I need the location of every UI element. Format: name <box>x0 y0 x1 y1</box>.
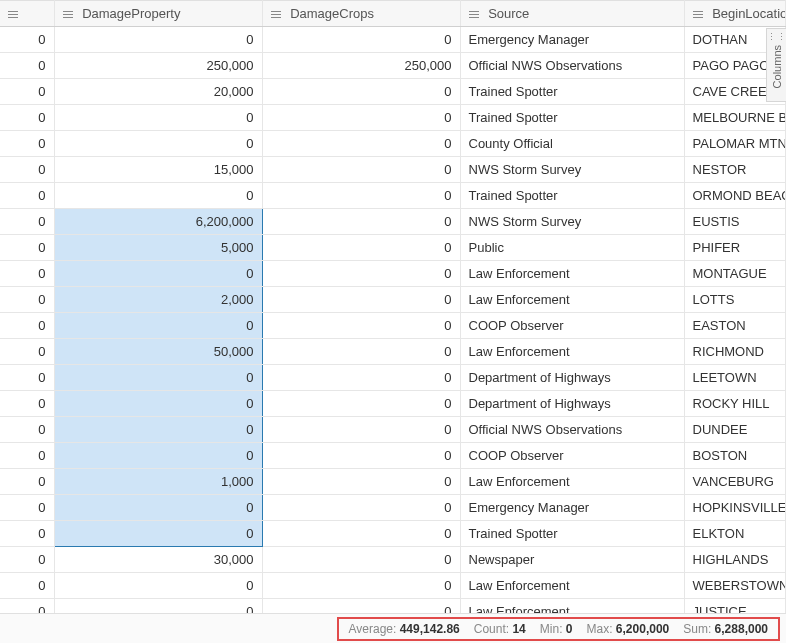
table-row[interactable]: 000Trained SpotterELKTON <box>0 521 786 547</box>
cell-index[interactable]: 0 <box>0 209 54 235</box>
table-row[interactable]: 000COOP ObserverEASTON <box>0 313 786 339</box>
column-menu-icon[interactable] <box>693 10 703 20</box>
cell-beginlocation[interactable]: ROCKY HILL <box>684 391 786 417</box>
cell-source[interactable]: Law Enforcement <box>460 261 684 287</box>
cell-index[interactable]: 0 <box>0 495 54 521</box>
column-header-beginlocation[interactable]: BeginLocation <box>684 1 786 27</box>
data-grid[interactable]: DamageProperty DamageCrops Source BeginL… <box>0 0 786 613</box>
cell-damagecrops[interactable]: 0 <box>262 365 460 391</box>
cell-damageproperty[interactable]: 5,000 <box>54 235 262 261</box>
column-header-damageproperty[interactable]: DamageProperty <box>54 1 262 27</box>
cell-beginlocation[interactable]: MONTAGUE <box>684 261 786 287</box>
cell-source[interactable]: Law Enforcement <box>460 469 684 495</box>
cell-damagecrops[interactable]: 0 <box>262 313 460 339</box>
column-menu-icon[interactable] <box>271 10 281 20</box>
cell-beginlocation[interactable]: VANCEBURG <box>684 469 786 495</box>
cell-index[interactable]: 0 <box>0 547 54 573</box>
cell-source[interactable]: COOP Observer <box>460 313 684 339</box>
table-row[interactable]: 02,0000Law EnforcementLOTTS <box>0 287 786 313</box>
cell-damagecrops[interactable]: 0 <box>262 157 460 183</box>
cell-index[interactable]: 0 <box>0 157 54 183</box>
cell-beginlocation[interactable]: HIGHLANDS <box>684 547 786 573</box>
table-row[interactable]: 000Official NWS ObservationsDUNDEE <box>0 417 786 443</box>
cell-damagecrops[interactable]: 0 <box>262 417 460 443</box>
table-row[interactable]: 000Department of HighwaysROCKY HILL <box>0 391 786 417</box>
cell-damageproperty[interactable]: 250,000 <box>54 53 262 79</box>
cell-damageproperty[interactable]: 0 <box>54 443 262 469</box>
cell-damagecrops[interactable]: 0 <box>262 131 460 157</box>
cell-index[interactable]: 0 <box>0 391 54 417</box>
cell-index[interactable]: 0 <box>0 261 54 287</box>
cell-source[interactable]: Department of Highways <box>460 391 684 417</box>
cell-index[interactable]: 0 <box>0 131 54 157</box>
cell-beginlocation[interactable]: NESTOR <box>684 157 786 183</box>
cell-damageproperty[interactable]: 0 <box>54 495 262 521</box>
cell-beginlocation[interactable]: EUSTIS <box>684 209 786 235</box>
cell-damageproperty[interactable]: 0 <box>54 391 262 417</box>
cell-source[interactable]: NWS Storm Survey <box>460 157 684 183</box>
cell-damageproperty[interactable]: 30,000 <box>54 547 262 573</box>
cell-damageproperty[interactable]: 0 <box>54 521 262 547</box>
cell-damageproperty[interactable]: 0 <box>54 573 262 599</box>
cell-damageproperty[interactable]: 0 <box>54 105 262 131</box>
cell-source[interactable]: Law Enforcement <box>460 287 684 313</box>
table-row[interactable]: 01,0000Law EnforcementVANCEBURG <box>0 469 786 495</box>
cell-beginlocation[interactable]: RICHMOND <box>684 339 786 365</box>
cell-beginlocation[interactable]: PHIFER <box>684 235 786 261</box>
cell-index[interactable]: 0 <box>0 105 54 131</box>
table-row[interactable]: 015,0000NWS Storm SurveyNESTOR <box>0 157 786 183</box>
cell-damageproperty[interactable]: 1,000 <box>54 469 262 495</box>
cell-beginlocation[interactable]: HOPKINSVILLE A <box>684 495 786 521</box>
cell-damagecrops[interactable]: 0 <box>262 339 460 365</box>
table-row[interactable]: 000Trained SpotterORMOND BEACH <box>0 183 786 209</box>
cell-index[interactable]: 0 <box>0 365 54 391</box>
cell-source[interactable]: Public <box>460 235 684 261</box>
cell-damageproperty[interactable]: 0 <box>54 261 262 287</box>
cell-source[interactable]: Law Enforcement <box>460 599 684 614</box>
cell-damageproperty[interactable]: 0 <box>54 131 262 157</box>
table-row[interactable]: 06,200,0000NWS Storm SurveyEUSTIS <box>0 209 786 235</box>
cell-damageproperty[interactable]: 0 <box>54 417 262 443</box>
cell-damagecrops[interactable]: 0 <box>262 391 460 417</box>
column-menu-icon[interactable] <box>8 10 18 20</box>
cell-damageproperty[interactable]: 0 <box>54 313 262 339</box>
cell-beginlocation[interactable]: EASTON <box>684 313 786 339</box>
cell-index[interactable]: 0 <box>0 235 54 261</box>
table-row[interactable]: 000Trained SpotterMELBOURNE BEACH <box>0 105 786 131</box>
cell-source[interactable]: County Official <box>460 131 684 157</box>
cell-beginlocation[interactable]: JUSTICE <box>684 599 786 614</box>
cell-damagecrops[interactable]: 0 <box>262 521 460 547</box>
cell-index[interactable]: 0 <box>0 469 54 495</box>
table-row[interactable]: 0250,000250,000Official NWS Observations… <box>0 53 786 79</box>
cell-beginlocation[interactable]: WEBERSTOWN <box>684 573 786 599</box>
cell-damageproperty[interactable]: 0 <box>54 27 262 53</box>
cell-damagecrops[interactable]: 250,000 <box>262 53 460 79</box>
table-row[interactable]: 000County OfficialPALOMAR MTN <box>0 131 786 157</box>
cell-index[interactable]: 0 <box>0 417 54 443</box>
cell-damagecrops[interactable]: 0 <box>262 209 460 235</box>
cell-damagecrops[interactable]: 0 <box>262 443 460 469</box>
cell-damageproperty[interactable]: 0 <box>54 183 262 209</box>
cell-beginlocation[interactable]: DUNDEE <box>684 417 786 443</box>
cell-beginlocation[interactable]: LEETOWN <box>684 365 786 391</box>
column-header-index[interactable] <box>0 1 54 27</box>
cell-beginlocation[interactable]: LOTTS <box>684 287 786 313</box>
cell-source[interactable]: Newspaper <box>460 547 684 573</box>
cell-damagecrops[interactable]: 0 <box>262 183 460 209</box>
cell-damagecrops[interactable]: 0 <box>262 495 460 521</box>
table-row[interactable]: 000Law EnforcementJUSTICE <box>0 599 786 614</box>
table-row[interactable]: 000COOP ObserverBOSTON <box>0 443 786 469</box>
cell-source[interactable]: Trained Spotter <box>460 521 684 547</box>
cell-source[interactable]: Trained Spotter <box>460 183 684 209</box>
cell-source[interactable]: Trained Spotter <box>460 79 684 105</box>
column-header-source[interactable]: Source <box>460 1 684 27</box>
cell-index[interactable]: 0 <box>0 521 54 547</box>
cell-source[interactable]: COOP Observer <box>460 443 684 469</box>
cell-damagecrops[interactable]: 0 <box>262 105 460 131</box>
table-row[interactable]: 000Department of HighwaysLEETOWN <box>0 365 786 391</box>
cell-source[interactable]: Emergency Manager <box>460 27 684 53</box>
cell-beginlocation[interactable]: BOSTON <box>684 443 786 469</box>
cell-index[interactable]: 0 <box>0 79 54 105</box>
cell-index[interactable]: 0 <box>0 573 54 599</box>
cell-damageproperty[interactable]: 0 <box>54 365 262 391</box>
